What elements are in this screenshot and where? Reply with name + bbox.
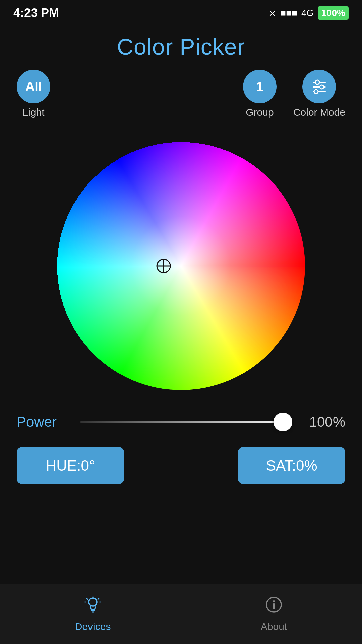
color-wheel-section[interactable] [0,125,362,407]
group-label: Group [246,107,274,118]
color-mode-circle [302,70,336,103]
lightbulb-icon [84,596,102,613]
color-wheel-canvas[interactable] [57,142,305,390]
color-mode-label: Color Mode [293,107,345,118]
devices-icon [84,596,102,618]
hue-sat-row: HUE:0° SAT:0% [0,437,362,494]
sliders-icon [310,77,328,96]
status-bar: 4:23 PM ⨯ ■■■ 4G 100% [0,0,362,23]
svg-point-5 [314,90,318,94]
color-wheel-container[interactable] [57,142,305,390]
group-button[interactable]: 1 Group [243,70,277,118]
svg-point-18 [273,600,275,602]
group-circle: 1 [243,70,277,103]
right-controls: 1 Group Color Mode [243,70,345,118]
nav-devices[interactable]: Devices [55,589,131,639]
sat-button[interactable]: SAT:0% [238,447,345,484]
about-label: About [261,621,287,632]
battery-icon: 100% [318,6,349,20]
power-slider[interactable] [80,414,292,430]
hue-button[interactable]: HUE:0° [17,447,124,484]
header: Color Picker [0,23,362,66]
color-mode-button[interactable]: Color Mode [293,70,345,118]
info-icon [265,596,283,618]
all-light-button[interactable]: All Light [17,70,50,118]
all-light-circle: All [17,70,50,103]
power-value: 100% [302,414,345,430]
signal-icon: ■■■ [280,8,297,18]
power-label: Power [17,414,70,430]
bluetooth-icon: ⨯ [268,8,276,19]
status-icons: ⨯ ■■■ 4G 100% [268,6,349,20]
top-controls: All Light 1 Group Color Mode [0,66,362,125]
slider-track [80,421,292,423]
info-circle-icon [265,596,283,613]
svg-line-13 [87,598,88,599]
all-light-label: Light [22,107,44,118]
page-title: Color Picker [0,34,362,60]
svg-point-3 [320,85,324,89]
nav-about[interactable]: About [241,589,307,639]
network-label: 4G [301,8,314,18]
power-section: Power 100% [0,407,362,437]
status-time: 4:23 PM [13,6,59,20]
devices-label: Devices [75,621,111,632]
svg-line-14 [98,598,99,599]
svg-point-9 [89,598,97,606]
svg-point-1 [315,80,319,84]
bottom-navigation: Devices About [0,584,362,644]
slider-thumb[interactable] [274,413,292,431]
